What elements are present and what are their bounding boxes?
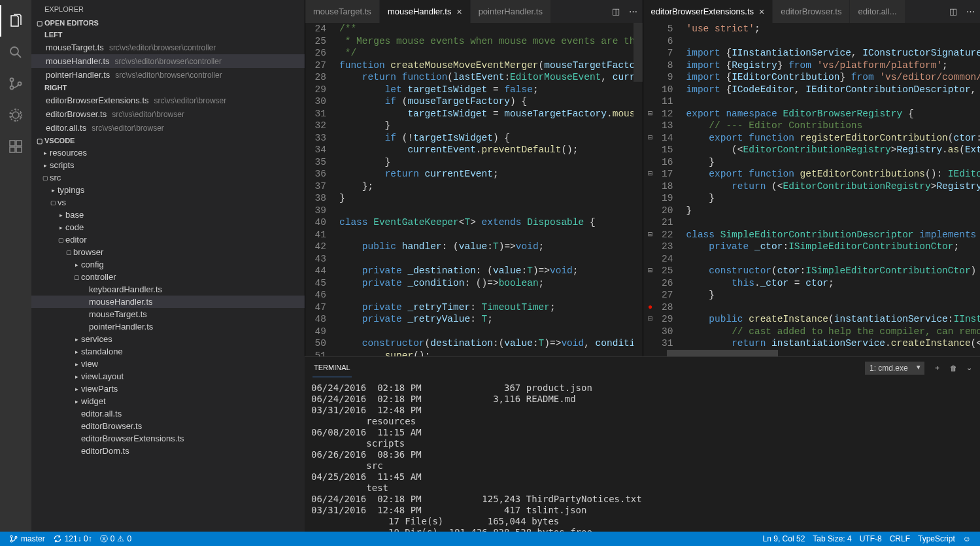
- tab-bar-right: editorBrowserExtensions.ts×editorBrowser…: [643, 0, 981, 23]
- open-editor-item[interactable]: pointerHandler.tssrc\vs\editor\browser\c…: [31, 68, 305, 82]
- fold-icon[interactable]: ⊟: [648, 132, 652, 145]
- code-editor-right[interactable]: 'use strict';import {IInstantiationServi…: [683, 23, 981, 350]
- minimap[interactable]: [634, 23, 643, 356]
- search-icon[interactable]: [0, 37, 31, 68]
- chevron-right-icon: ▸: [56, 212, 65, 218]
- svg-point-5: [10, 109, 22, 121]
- split-editor-icon[interactable]: ◫: [949, 7, 957, 16]
- tree-folder[interactable]: ▸services: [31, 333, 305, 345]
- chevron-right-icon: ▸: [72, 386, 81, 392]
- open-editor-item[interactable]: editor.all.tssrc\vs\editor\browser: [31, 121, 305, 135]
- blank: [80, 299, 89, 305]
- status-tabsize[interactable]: Tab Size: 4: [809, 534, 855, 543]
- tree-folder[interactable]: ▸resources: [31, 146, 305, 159]
- editor-tab[interactable]: mouseHandler.ts×: [380, 0, 471, 23]
- svg-rect-8: [16, 147, 22, 152]
- terminal[interactable]: 06/24/2016 02:18 PM 367 product.json 06/…: [305, 379, 980, 532]
- chevron-down-icon: ▢: [64, 249, 73, 256]
- chevron-down-icon: ▢: [34, 137, 44, 145]
- status-encoding[interactable]: UTF-8: [856, 534, 886, 543]
- editor-right: editorBrowserExtensions.ts×editorBrowser…: [643, 0, 981, 356]
- open-editor-item[interactable]: editorBrowser.tssrc\vs\editor\browser: [31, 107, 305, 121]
- chevron-down-icon: ▢: [56, 237, 65, 243]
- open-editor-item[interactable]: mouseTarget.tssrc\vs\editor\browser\cont…: [31, 41, 305, 54]
- editor-tab[interactable]: mouseTarget.ts: [305, 0, 380, 23]
- tree-file[interactable]: editorDom.ts: [31, 445, 305, 457]
- chevron-down-icon[interactable]: ⌄: [966, 364, 972, 372]
- tree-file[interactable]: editor.all.ts: [31, 407, 305, 420]
- fold-icon[interactable]: ⊟: [648, 265, 652, 277]
- section-vscode[interactable]: ▢ vscode: [31, 135, 305, 146]
- source-control-icon[interactable]: [0, 68, 31, 99]
- tree-folder[interactable]: ▢vs: [31, 196, 305, 209]
- tree-file[interactable]: editorBrowserExtensions.ts: [31, 432, 305, 445]
- terminal-tab[interactable]: TERMINAL: [313, 358, 352, 377]
- blank: [72, 448, 81, 454]
- terminal-panel: TERMINAL 1: cmd.exe ＋ 🗑 ⌄ 06/24/2016 02:…: [305, 356, 980, 532]
- tree-folder[interactable]: ▢src: [31, 171, 305, 184]
- more-icon[interactable]: ⋯: [629, 7, 637, 16]
- kill-terminal-icon[interactable]: 🗑: [950, 364, 957, 372]
- tree-folder[interactable]: ▸viewParts: [31, 383, 305, 395]
- svg-rect-9: [16, 141, 22, 146]
- tree-folder[interactable]: ▸config: [31, 258, 305, 271]
- group-right: RIGHT: [31, 82, 305, 94]
- fold-icon[interactable]: ⊟: [648, 313, 652, 326]
- explorer-icon[interactable]: [0, 5, 31, 37]
- code-editor-left[interactable]: /** * Merges mouse events when mouse mov…: [335, 23, 634, 356]
- editor-tab[interactable]: editorBrowser.ts: [773, 0, 850, 23]
- chevron-down-icon: ▢: [48, 199, 58, 206]
- tree-file[interactable]: keyboardHandler.ts: [31, 283, 305, 296]
- tree-file[interactable]: mouseHandler.ts: [31, 296, 305, 308]
- debug-icon[interactable]: [0, 99, 31, 131]
- status-lncol[interactable]: Ln 9, Col 52: [759, 534, 809, 543]
- status-sync[interactable]: 121↓ 0↑: [49, 534, 96, 543]
- tree-folder[interactable]: ▸base: [31, 209, 305, 221]
- close-icon[interactable]: ×: [456, 7, 462, 17]
- svg-point-12: [15, 536, 17, 538]
- extensions-icon[interactable]: [0, 131, 31, 162]
- tree-folder[interactable]: ▸standalone: [31, 345, 305, 358]
- tree-file[interactable]: pointerHandler.ts: [31, 320, 305, 333]
- tree-folder[interactable]: ▢controller: [31, 271, 305, 283]
- blank: [80, 286, 89, 293]
- tree-folder[interactable]: ▸viewLayout: [31, 370, 305, 383]
- open-editor-item[interactable]: editorBrowserExtensions.tssrc\vs\editor\…: [31, 94, 305, 107]
- new-terminal-icon[interactable]: ＋: [934, 363, 941, 373]
- fold-icon[interactable]: ⊟: [648, 229, 652, 241]
- terminal-select[interactable]: 1: cmd.exe: [865, 362, 924, 375]
- editor-tab[interactable]: editor.all...: [850, 0, 905, 23]
- split-editor-icon[interactable]: ◫: [612, 7, 620, 16]
- svg-rect-7: [10, 147, 15, 152]
- tree-folder[interactable]: ▸typings: [31, 184, 305, 196]
- tree-file[interactable]: editorBrowser.ts: [31, 420, 305, 432]
- chevron-down-icon: ▢: [34, 20, 44, 27]
- tree-folder[interactable]: ▸view: [31, 358, 305, 370]
- tree-file[interactable]: mouseTarget.ts: [31, 308, 305, 320]
- svg-point-11: [10, 540, 12, 542]
- tree-folder[interactable]: ▢editor: [31, 233, 305, 246]
- tree-folder[interactable]: ▢browser: [31, 246, 305, 258]
- open-editor-item[interactable]: mouseHandler.tssrc\vs\editor\browser\con…: [31, 54, 305, 68]
- status-feedback-icon[interactable]: ☺: [959, 534, 975, 543]
- blank: [72, 435, 81, 442]
- horizontal-scrollbar[interactable]: [643, 350, 981, 356]
- tree-folder[interactable]: ▸scripts: [31, 159, 305, 171]
- svg-rect-6: [10, 141, 15, 146]
- close-icon[interactable]: ×: [759, 7, 764, 17]
- section-open-editors[interactable]: ▢ Open Editors: [31, 17, 305, 29]
- group-left: LEFT: [31, 29, 305, 41]
- svg-point-2: [10, 86, 14, 90]
- more-icon[interactable]: ⋯: [966, 7, 975, 16]
- editor-tab[interactable]: editorBrowserExtensions.ts×: [643, 0, 773, 23]
- status-problems[interactable]: ⓧ0 ⚠0: [96, 534, 135, 545]
- fold-icon[interactable]: ⊟: [648, 168, 652, 180]
- breakpoint-icon[interactable]: ●: [648, 301, 652, 314]
- status-language[interactable]: TypeScript: [914, 534, 959, 543]
- editor-tab[interactable]: pointerHandler.ts: [471, 0, 551, 23]
- fold-icon[interactable]: ⊟: [648, 108, 652, 120]
- tree-folder[interactable]: ▸code: [31, 221, 305, 233]
- status-eol[interactable]: CRLF: [886, 534, 914, 543]
- status-branch[interactable]: master: [5, 534, 49, 543]
- tree-folder[interactable]: ▸widget: [31, 395, 305, 407]
